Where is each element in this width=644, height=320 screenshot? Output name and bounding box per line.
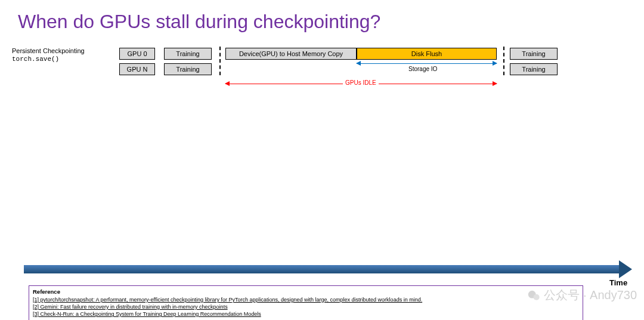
slide-title: When do GPUs stall during checkpointing? [18,11,380,33]
box-gpu0: GPU 0 [119,48,155,60]
subtitle-group: Persistent Checkpointing torch.save() [12,47,85,64]
box-gpu0-diskflush: Disk Flush [357,48,497,60]
dash-separator-left [219,47,221,75]
box-gpu0-training1: Training [164,48,212,60]
box-gpun-training1: Training [164,63,212,75]
reference-3: [3] Check-N-Run: a Checkpointing System … [33,310,579,318]
time-axis-label: Time [609,278,627,287]
box-gpun: GPU N [119,63,155,75]
reference-2: [2] Gemini: Fast failure recovery in dis… [33,303,579,310]
subtitle-line-1: Persistent Checkpointing [12,47,85,55]
box-gpun-training2: Training [510,63,558,75]
storage-io-label: Storage IO [408,66,437,72]
references-box: Reference [1] pytorch/torchsnapshot: A p… [29,285,583,320]
references-header: Reference [33,288,579,296]
time-axis-arrowhead [619,260,632,278]
box-gpu0-training2: Training [510,48,558,60]
time-axis-bar [24,265,620,273]
dash-separator-right [503,47,504,75]
subtitle-line-2: torch.save() [12,55,85,63]
reference-1: [1] pytorch/torchsnapshot: A performant,… [33,296,579,303]
storage-io-arrow [357,63,497,64]
gpus-idle-label: GPUs IDLE [343,79,379,86]
box-gpu0-memcopy: Device(GPU) to Host Memory Copy [225,48,357,60]
